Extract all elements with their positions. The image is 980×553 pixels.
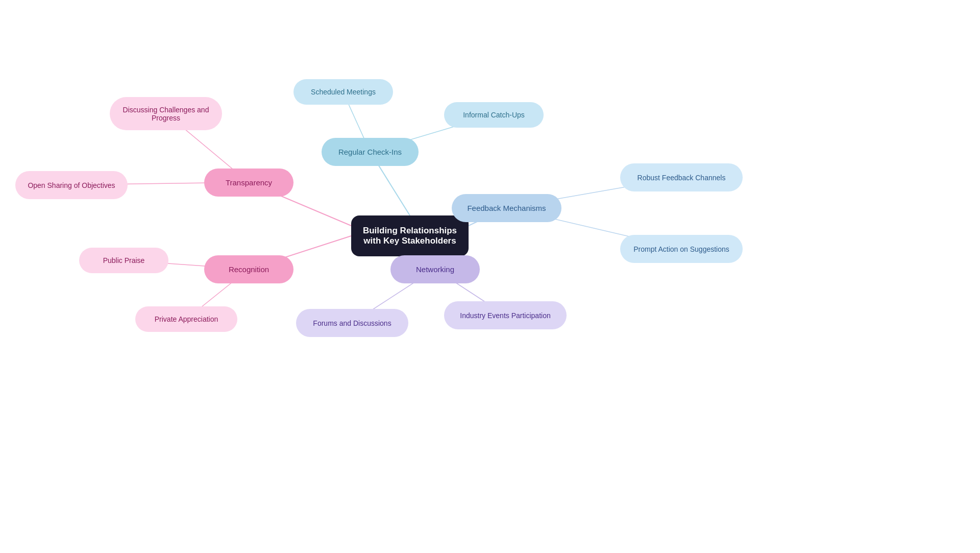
node-regular-checkins: Regular Check-Ins [322,138,419,166]
open-sharing-label: Open Sharing of Objectives [28,181,115,189]
regular-checkins-label: Regular Check-Ins [338,148,402,156]
private-appreciation-label: Private Appreciation [155,315,218,323]
node-transparency: Transparency [204,169,293,197]
node-industry-events: Industry Events Participation [444,301,567,329]
node-networking: Networking [390,255,480,283]
center-label: Building Relationships with Key Stakehol… [351,222,469,250]
node-informal-catchups: Informal Catch-Ups [444,102,544,128]
robust-feedback-label: Robust Feedback Channels [638,174,726,182]
node-prompt-action: Prompt Action on Suggestions [620,235,743,263]
prompt-action-label: Prompt Action on Suggestions [633,245,729,253]
transparency-label: Transparency [226,178,272,187]
public-praise-label: Public Praise [103,256,145,265]
node-discussing-challenges: Discussing Challenges and Progress [110,97,222,130]
node-private-appreciation: Private Appreciation [135,306,237,332]
forums-discussions-label: Forums and Discussions [313,319,391,327]
node-open-sharing: Open Sharing of Objectives [15,171,128,199]
networking-label: Networking [416,265,454,274]
informal-catchups-label: Informal Catch-Ups [463,111,525,119]
node-feedback-mechanisms: Feedback Mechanisms [452,194,561,222]
node-forums-discussions: Forums and Discussions [296,309,408,337]
node-robust-feedback: Robust Feedback Channels [620,163,743,191]
discussing-challenges-label: Discussing Challenges and Progress [110,106,222,122]
feedback-mechanisms-label: Feedback Mechanisms [467,204,546,212]
node-recognition: Recognition [204,255,293,283]
scheduled-meetings-label: Scheduled Meetings [311,88,376,96]
node-scheduled-meetings: Scheduled Meetings [293,79,393,105]
node-public-praise: Public Praise [79,248,168,273]
center-node: Building Relationships with Key Stakehol… [351,215,469,256]
recognition-label: Recognition [229,265,269,274]
industry-events-label: Industry Events Participation [460,311,550,320]
